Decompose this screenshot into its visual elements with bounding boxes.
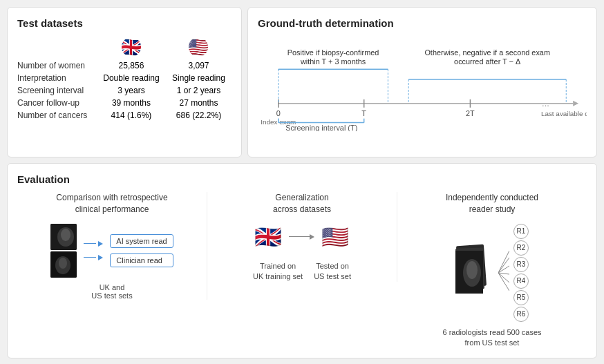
row-us-value: 1 or 2 years — [166, 84, 232, 97]
table-row: Number of cancers414 (1.6%)686 (22.2%) — [17, 109, 232, 122]
reader-r1: R1 — [513, 224, 529, 239]
gen-diagram: 🇬🇧 🇺🇸 — [254, 224, 349, 250]
table-row: Cancer follow-up39 months27 months — [17, 97, 232, 109]
uk-flag-large: 🇬🇧 — [254, 224, 282, 250]
ground-truth-panel: Ground-truth determination 0 Index exam … — [247, 7, 597, 157]
mammo-main — [455, 251, 483, 294]
eval-section-comparison: Comparison with retrospectiveclinical pe… — [17, 192, 207, 300]
mammo-image-2 — [50, 251, 77, 278]
reader-caption: 6 radiologists read 500 casesfrom US tes… — [442, 327, 541, 349]
eval-sections: Comparison with retrospectiveclinical pe… — [17, 192, 587, 348]
reader-r3: R3 — [513, 257, 529, 272]
row-uk-value: 3 years — [97, 84, 166, 97]
row-us-value: 3,097 — [166, 59, 232, 72]
gen-arrowhead — [310, 234, 314, 240]
row-label: Interpretation — [17, 72, 97, 84]
reader-lines-container — [498, 245, 509, 300]
uk-us-label: UK andUS test sets — [91, 283, 132, 300]
ai-arrow-line — [84, 243, 96, 245]
ai-read-box: AI system read — [110, 234, 173, 248]
read-boxes: AI system read Clinician read — [110, 234, 173, 267]
mammo-image-1 — [50, 224, 77, 250]
main-container: Test datasets 🇬🇧 🇺🇸 Number of women25,8 — [0, 0, 604, 364]
svg-text:Otherwise, negative if a secon: Otherwise, negative if a second exam — [424, 48, 550, 57]
clinician-arrowhead — [98, 255, 103, 260]
table-row: InterpretationDouble readingSingle readi… — [17, 72, 232, 84]
row-label: Number of cancers — [17, 109, 97, 122]
gen-arrow-line — [289, 236, 310, 238]
comparison-title: Comparison with retrospectiveclinical pe… — [56, 192, 167, 215]
gen-us-item: 🇺🇸 — [321, 224, 349, 250]
reader-r6: R6 — [513, 307, 529, 322]
eval-section-generalization: Generalizationacross datasets 🇬🇧 🇺🇸 — [207, 192, 397, 282]
test-datasets-title: Test datasets — [17, 17, 232, 29]
col-label-header — [17, 36, 97, 59]
us-flag-large: 🇺🇸 — [321, 224, 349, 250]
eval-section-reader: Independently conductedreader study — [397, 192, 587, 348]
reader-r5: R5 — [513, 290, 529, 305]
reader-r2: R2 — [513, 240, 529, 256]
ai-arrowhead — [98, 241, 103, 247]
col-uk-header: 🇬🇧 — [97, 36, 166, 59]
gen-labels-row: Trained onUK training set Tested onUS te… — [253, 257, 351, 282]
ground-truth-title: Ground-truth determination — [258, 17, 587, 29]
row-uk-value: 39 months — [97, 97, 166, 109]
row-uk-value: 414 (1.6%) — [97, 109, 166, 122]
reader-study-title: Independently conductedreader study — [446, 192, 538, 215]
clinician-arrow-line — [84, 257, 96, 258]
svg-text:Screening interval (T): Screening interval (T) — [285, 124, 357, 131]
svg-text:occurred after T − Δ: occurred after T − Δ — [454, 57, 520, 66]
svg-line-35 — [498, 258, 509, 273]
gen-content: 🇬🇧 🇺🇸 Trained onUK training set Tested o… — [253, 224, 351, 282]
table-row: Screening interval3 years1 or 2 years — [17, 84, 232, 97]
row-label: Screening interval — [17, 84, 97, 97]
col-us-header: 🇺🇸 — [166, 36, 232, 59]
row-us-value: 27 months — [166, 97, 232, 109]
svg-point-33 — [466, 261, 478, 279]
mammo-stack-reader — [455, 245, 490, 300]
svg-line-39 — [498, 273, 509, 291]
test-datasets-panel: Test datasets 🇬🇧 🇺🇸 Number of women25,8 — [7, 7, 242, 157]
clinician-arrow — [84, 255, 103, 260]
datasets-table: 🇬🇧 🇺🇸 Number of women25,8563,097Interpre… — [17, 36, 232, 122]
svg-point-30 — [59, 258, 67, 269]
comparison-diagram: AI system read Clinician read — [50, 224, 173, 278]
gen-arrow — [289, 234, 314, 240]
gt-timeline-svg: 0 Index exam T 2T ... Last available dat… — [258, 41, 587, 131]
gen-uk-item: 🇬🇧 — [254, 224, 282, 250]
evaluation-panel: Evaluation Comparison with retrospective… — [7, 163, 597, 358]
trained-label: Trained onUK training set — [253, 261, 303, 282]
reader-badges: R1 R2 R3 R4 R5 R6 — [513, 224, 529, 322]
tested-label: Tested onUS test set — [314, 261, 351, 282]
svg-marker-1 — [573, 101, 578, 106]
ai-arrow — [84, 241, 103, 247]
svg-text:2T: 2T — [466, 109, 475, 117]
svg-text:...: ... — [542, 98, 549, 108]
svg-text:Positive if biopsy-confirmed: Positive if biopsy-confirmed — [287, 48, 379, 57]
row-uk-value: Double reading — [97, 72, 166, 84]
table-row: Number of women25,8563,097 — [17, 59, 232, 72]
reader-r4: R4 — [513, 274, 529, 289]
svg-text:Last available data: Last available data — [541, 110, 587, 117]
svg-text:T: T — [361, 109, 366, 117]
evaluation-title: Evaluation — [17, 173, 587, 185]
arrow-column — [84, 241, 103, 260]
svg-point-27 — [61, 229, 70, 241]
mammo-stack-uk-us — [50, 224, 77, 278]
svg-text:within T + 3 months: within T + 3 months — [300, 57, 366, 66]
row-us-value: Single reading — [166, 72, 232, 84]
generalization-title: Generalizationacross datasets — [273, 192, 331, 215]
top-row: Test datasets 🇬🇧 🇺🇸 Number of women25,8 — [7, 7, 597, 157]
row-label: Number of women — [17, 59, 97, 72]
clinician-read-box: Clinician read — [110, 253, 173, 267]
reader-diagram: R1 R2 R3 R4 R5 R6 — [455, 224, 529, 322]
row-uk-value: 25,856 — [97, 59, 166, 72]
gt-diagram: 0 Index exam T 2T ... Last available dat… — [258, 36, 587, 147]
row-us-value: 686 (22.2%) — [166, 109, 232, 122]
row-label: Cancer follow-up — [17, 97, 97, 109]
svg-text:0: 0 — [276, 109, 281, 117]
